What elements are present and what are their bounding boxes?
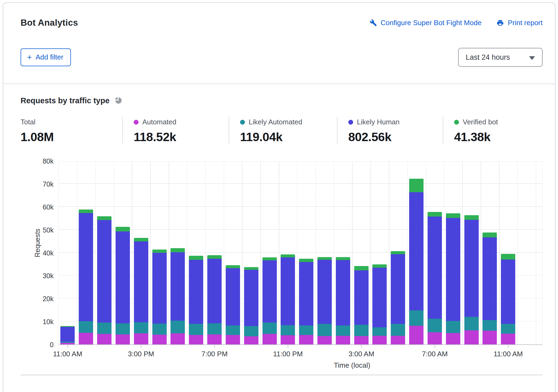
segment-likely-human[interactable] — [428, 217, 442, 319]
bar-9-00-AM[interactable] — [464, 215, 479, 344]
segment-likely-human[interactable] — [464, 220, 479, 317]
segment-likely-automated[interactable] — [79, 321, 93, 333]
segment-likely-automated[interactable] — [281, 325, 295, 335]
segment-verified-bot[interactable] — [409, 179, 424, 192]
segment-automated[interactable] — [116, 334, 130, 344]
segment-likely-automated[interactable] — [207, 323, 222, 334]
segment-likely-automated[interactable] — [262, 323, 277, 334]
bar-9-00-PM[interactable] — [244, 267, 258, 344]
segment-likely-automated[interactable] — [464, 317, 479, 330]
bar-1-00-PM[interactable] — [97, 216, 111, 344]
bar-5-00-PM[interactable] — [170, 248, 185, 344]
segment-automated[interactable] — [170, 333, 185, 344]
segment-automated[interactable] — [409, 326, 424, 344]
segment-likely-human[interactable] — [354, 270, 369, 325]
segment-likely-human[interactable] — [317, 260, 332, 324]
bar-4-00-AM[interactable] — [372, 264, 387, 344]
segment-likely-human[interactable] — [97, 220, 111, 323]
segment-automated[interactable] — [134, 333, 148, 344]
segment-likely-human[interactable] — [244, 270, 258, 326]
segment-likely-automated[interactable] — [170, 321, 185, 334]
bar-4-00-PM[interactable] — [152, 250, 167, 344]
segment-likely-human[interactable] — [501, 260, 515, 324]
segment-verified-bot[interactable] — [281, 254, 295, 257]
segment-likely-human[interactable] — [189, 260, 203, 324]
segment-automated[interactable] — [97, 334, 111, 344]
bar-8-00-PM[interactable] — [226, 265, 240, 344]
segment-automated[interactable] — [482, 331, 497, 344]
segment-automated[interactable] — [354, 336, 369, 344]
bar-11-00-AM[interactable] — [60, 326, 75, 344]
segment-likely-automated[interactable] — [244, 326, 258, 336]
segment-automated[interactable] — [79, 333, 93, 344]
segment-automated[interactable] — [244, 336, 258, 344]
bar-6-00-PM[interactable] — [189, 256, 203, 344]
segment-likely-human[interactable] — [281, 257, 295, 325]
segment-likely-human[interactable] — [60, 327, 75, 342]
segment-likely-automated[interactable] — [116, 323, 130, 334]
segment-verified-bot[interactable] — [354, 266, 369, 270]
segment-automated[interactable] — [317, 336, 332, 344]
segment-verified-bot[interactable] — [464, 215, 479, 220]
bar-12-00-PM[interactable] — [79, 210, 93, 344]
segment-automated[interactable] — [207, 334, 222, 344]
segment-likely-automated[interactable] — [299, 325, 313, 335]
segment-likely-automated[interactable] — [336, 325, 350, 336]
bar-10-00-AM[interactable] — [482, 232, 497, 344]
segment-likely-automated[interactable] — [226, 325, 240, 335]
bar-2-00-PM[interactable] — [116, 227, 130, 344]
segment-likely-human[interactable] — [299, 262, 313, 325]
segment-verified-bot[interactable] — [189, 256, 203, 260]
segment-verified-bot[interactable] — [262, 257, 277, 260]
print-report-link[interactable]: Print report — [497, 19, 543, 27]
segment-likely-human[interactable] — [79, 213, 93, 321]
bar-8-00-AM[interactable] — [446, 213, 460, 344]
segment-verified-bot[interactable] — [134, 238, 148, 241]
segment-verified-bot[interactable] — [79, 210, 93, 213]
segment-verified-bot[interactable] — [372, 264, 387, 268]
segment-automated[interactable] — [281, 335, 295, 344]
segment-verified-bot[interactable] — [207, 255, 222, 259]
segment-verified-bot[interactable] — [482, 232, 497, 237]
segment-verified-bot[interactable] — [446, 213, 460, 218]
segment-likely-human[interactable] — [391, 254, 405, 324]
bar-11-00-AM[interactable] — [501, 254, 515, 344]
bar-7-00-AM[interactable] — [428, 212, 442, 344]
segment-verified-bot[interactable] — [391, 251, 405, 254]
segment-verified-bot[interactable] — [152, 250, 167, 253]
segment-likely-human[interactable] — [482, 237, 497, 320]
bar-2-00-AM[interactable] — [336, 257, 350, 344]
time-range-dropdown[interactable]: Last 24 hours — [458, 48, 543, 67]
bar-7-00-PM[interactable] — [207, 255, 222, 344]
segment-verified-bot[interactable] — [116, 227, 130, 231]
segment-likely-human[interactable] — [262, 260, 277, 323]
bar-6-00-AM[interactable] — [409, 179, 424, 344]
segment-likely-automated[interactable] — [134, 322, 148, 334]
segment-likely-human[interactable] — [446, 218, 460, 321]
segment-likely-automated[interactable] — [501, 324, 515, 334]
bar-12-00-AM[interactable] — [299, 259, 313, 344]
segment-likely-human[interactable] — [336, 260, 350, 325]
segment-likely-human[interactable] — [134, 241, 148, 322]
segment-automated[interactable] — [189, 335, 203, 344]
bar-10-00-PM[interactable] — [262, 257, 277, 344]
segment-likely-automated[interactable] — [354, 325, 369, 336]
segment-likely-automated[interactable] — [391, 324, 405, 336]
segment-verified-bot[interactable] — [244, 267, 258, 270]
segment-likely-human[interactable] — [409, 192, 424, 310]
bar-11-00-PM[interactable] — [281, 254, 295, 344]
segment-likely-human[interactable] — [372, 268, 387, 328]
segment-likely-human[interactable] — [116, 231, 130, 323]
segment-verified-bot[interactable] — [97, 216, 111, 220]
segment-automated[interactable] — [391, 336, 405, 344]
segment-verified-bot[interactable] — [226, 265, 240, 268]
segment-likely-automated[interactable] — [409, 310, 424, 326]
segment-likely-human[interactable] — [170, 252, 185, 321]
segment-verified-bot[interactable] — [501, 254, 515, 260]
segment-verified-bot[interactable] — [336, 257, 350, 260]
bar-3-00-AM[interactable] — [354, 266, 369, 344]
segment-automated[interactable] — [336, 336, 350, 344]
segment-automated[interactable] — [501, 334, 515, 344]
segment-verified-bot[interactable] — [170, 248, 185, 252]
add-filter-button[interactable]: + Add filter — [21, 48, 71, 66]
